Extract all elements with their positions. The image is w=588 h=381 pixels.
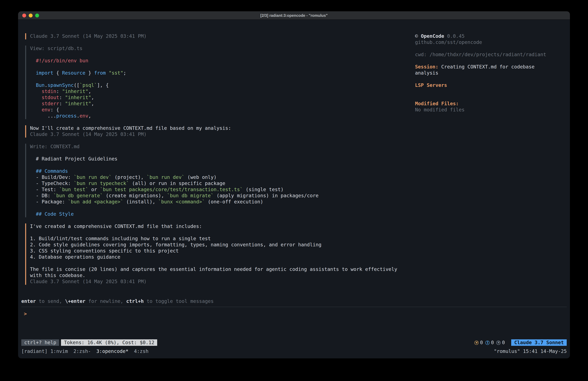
terminal-line: Modified Files: (415, 101, 554, 107)
terminal-line: ## Code Style (30, 211, 399, 217)
info-icon: I (485, 340, 490, 345)
opencode-tui: Claude 3.7 Sonnet (14 May 2025 03:41 PM)… (18, 20, 570, 359)
text-segment (30, 95, 42, 100)
text-segment: - Package: (30, 199, 68, 205)
text-segment: Claude 3.7 Sonnet (14 May 2025 03:41 PM) (30, 132, 147, 137)
tmux-window-4zsh[interactable]: 4:zsh (134, 348, 148, 354)
terminal-line: Claude 3.7 Sonnet (14 May 2025 03:41 PM) (30, 132, 399, 137)
terminal-line (30, 52, 399, 58)
bottom-panel: enter to send, \+enter for newline, ctrl… (18, 298, 570, 355)
terminal-line: ...process.env, (30, 113, 399, 119)
text-segment: - Test: (30, 187, 59, 192)
text-segment: © (415, 33, 421, 39)
terminal-window: [2/3] radiant:3:opencode - "romulus" Cla… (18, 11, 570, 359)
text-segment: (all) or run in specific package (129, 180, 225, 186)
text-segment: "inherit" (65, 95, 91, 100)
text-segment (30, 82, 36, 88)
terminal-line: import { Resource } from "sst"; (30, 70, 399, 76)
zoom-button[interactable] (35, 13, 39, 17)
terminal-line: with this codebase. (30, 272, 399, 279)
text-segment: or (88, 187, 100, 192)
terminal-line: 4. Database operations guidance (30, 254, 399, 260)
text-segment: : (59, 95, 65, 100)
terminal-line (30, 162, 399, 168)
text-segment: - TypeCheck: (30, 180, 74, 186)
tmux-window-2zsh[interactable]: 2:zsh- (73, 348, 91, 354)
text-segment: View: script/db.ts (30, 45, 83, 51)
window-title: [2/3] radiant:3:opencode - "romulus" (18, 13, 570, 18)
terminal-line: 1. Build/lint/test commands including ho… (30, 236, 399, 242)
terminal-line: - TypeCheck: `bun run typecheck` (all) o… (30, 180, 399, 187)
text-segment: ], { (97, 82, 109, 88)
text-segment: 0.0.45 (444, 33, 464, 39)
text-segment: to send, (36, 298, 65, 304)
terminal-line: github.com/sst/opencode (415, 39, 554, 45)
text-segment: "inherit" (62, 89, 88, 94)
terminal-line (415, 45, 554, 52)
terminal-line (30, 76, 399, 82)
text-segment: cwd: /home/thdxr/dev/projects/radiant/ra… (415, 52, 546, 57)
terminal-line: - DB: `bun db generate` (create migratio… (30, 193, 399, 199)
chat-log: Claude 3.7 Sonnet (14 May 2025 03:41 PM)… (18, 20, 399, 298)
hint-count: 0 (502, 339, 505, 346)
warning-icon: W (475, 340, 479, 345)
terminal-line: analysis (415, 70, 554, 76)
text-segment: enter (21, 298, 36, 304)
text-segment: import (36, 70, 53, 76)
text-segment: Session: (415, 64, 439, 70)
terminal-line (415, 76, 554, 82)
text-segment: (create migrations), (103, 193, 167, 199)
terminal-line: stdin: "inherit", (30, 89, 399, 95)
tmux-window-1nvim[interactable]: 1:nvim (50, 348, 68, 354)
terminal-line (415, 95, 554, 101)
text-segment: `bun test` (59, 187, 88, 192)
terminal-line (415, 58, 554, 64)
titlebar: [2/3] radiant:3:opencode - "romulus" (18, 11, 570, 20)
tmux-window-3opencode[interactable]: 3:opencode* (96, 348, 128, 354)
text-segment: stdin (42, 89, 56, 94)
text-segment: \+enter (65, 298, 85, 304)
text-segment: process (56, 113, 77, 119)
text-segment: , (91, 101, 94, 107)
sidebar: © OpenCode 0.0.45github.com/sst/opencode… (415, 20, 554, 298)
content-row: Claude 3.7 Sonnet (14 May 2025 03:41 PM)… (18, 20, 570, 298)
text-segment: ctrl+h (126, 298, 144, 304)
terminal-line: # Radiant Project Guidelines (30, 156, 399, 162)
minimize-button[interactable] (29, 13, 33, 17)
tmux-window-list: [radiant]1:nvim2:zsh-3:opencode*4:zsh (21, 348, 154, 355)
text-segment: Creating CONTEXT.md for codebase (439, 64, 535, 70)
terminal-line (30, 230, 399, 236)
terminal-line (30, 64, 399, 70)
terminal-line: env: { (30, 107, 399, 113)
text-segment: (install), (123, 199, 158, 205)
text-segment: to toggle tool messages (144, 298, 214, 304)
text-segment: : (56, 89, 62, 94)
text-segment: : (59, 101, 65, 107)
text-segment (30, 211, 36, 217)
terminal-line: View: script/db.ts (30, 45, 399, 52)
text-segment: 1. Build/lint/test commands including ho… (30, 236, 211, 242)
traffic-lights (18, 13, 39, 17)
text-segment: ([ (74, 82, 80, 88)
text-segment: # Radiant Project Guidelines (30, 156, 117, 162)
terminal-line: - Build/Dev: `bun run dev` (project), `b… (30, 174, 399, 180)
terminal-line: Claude 3.7 Sonnet (14 May 2025 03:41 PM) (30, 279, 399, 285)
close-button[interactable] (22, 13, 26, 17)
text-segment: 3. CSS styling conventions specific to t… (30, 248, 179, 254)
text-segment: "sst" (109, 70, 123, 76)
text-segment: #!/usr/bin/env bun (36, 58, 88, 64)
text-segment: `bun run dev` (74, 174, 112, 180)
message-input[interactable]: > (18, 307, 570, 339)
terminal-line: cwd: /home/thdxr/dev/projects/radiant/ra… (415, 52, 554, 58)
terminal-line: 3. CSS styling conventions specific to t… (30, 248, 399, 254)
terminal-line (30, 205, 399, 211)
assistant-message: Now I'll create a comprehensive CONTEXT.… (25, 125, 399, 137)
text-segment: `psql` (80, 82, 97, 88)
text-segment (30, 70, 36, 76)
warning-indicator: W0 (475, 339, 483, 346)
text-segment (30, 107, 42, 113)
text-segment: . (44, 82, 47, 88)
terminal-line: No modified files (415, 107, 554, 113)
terminal-line: ## Commands (30, 168, 399, 174)
text-segment: `bun db migrate` (167, 193, 214, 199)
